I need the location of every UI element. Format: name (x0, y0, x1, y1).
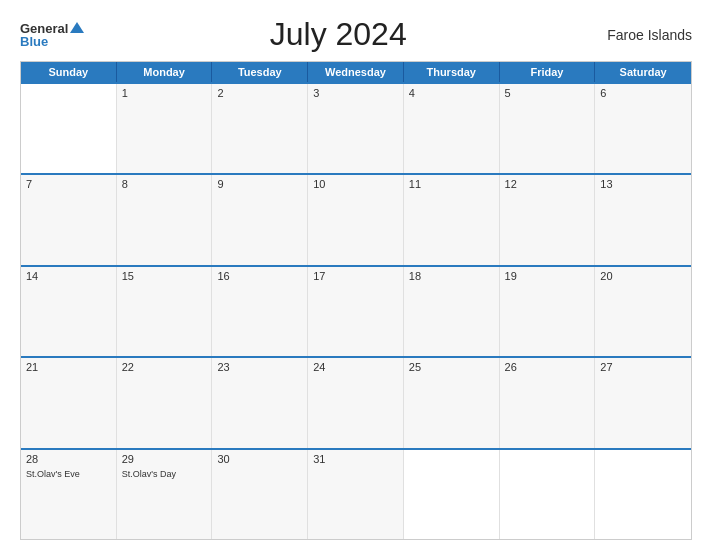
day-header-wednesday: Wednesday (308, 62, 404, 82)
day-cell (595, 450, 691, 539)
calendar-region: Faroe Islands (592, 27, 692, 43)
day-cell (21, 84, 117, 173)
day-cell: 16 (212, 267, 308, 356)
day-headers-row: SundayMondayTuesdayWednesdayThursdayFrid… (21, 62, 691, 82)
day-number: 4 (409, 87, 494, 99)
day-cell: 2 (212, 84, 308, 173)
day-cell: 17 (308, 267, 404, 356)
day-number: 14 (26, 270, 111, 282)
day-header-sunday: Sunday (21, 62, 117, 82)
day-number: 18 (409, 270, 494, 282)
day-number: 27 (600, 361, 686, 373)
day-event: St.Olav's Day (122, 469, 176, 479)
day-cell: 12 (500, 175, 596, 264)
day-cell: 1 (117, 84, 213, 173)
day-cell: 30 (212, 450, 308, 539)
day-cell: 13 (595, 175, 691, 264)
day-number: 30 (217, 453, 302, 465)
day-number: 28 (26, 453, 111, 465)
day-number: 21 (26, 361, 111, 373)
week-row-3: 21222324252627 (21, 356, 691, 447)
logo-blue-text: Blue (20, 35, 48, 48)
day-number: 10 (313, 178, 398, 190)
weeks-container: 1234567891011121314151617181920212223242… (21, 82, 691, 539)
calendar-header: General Blue July 2024 Faroe Islands (20, 16, 692, 53)
day-number: 5 (505, 87, 590, 99)
day-number: 19 (505, 270, 590, 282)
week-row-0: 123456 (21, 82, 691, 173)
week-row-4: 28St.Olav's Eve29St.Olav's Day3031 (21, 448, 691, 539)
day-number: 1 (122, 87, 207, 99)
week-row-1: 78910111213 (21, 173, 691, 264)
day-cell: 26 (500, 358, 596, 447)
day-cell: 28St.Olav's Eve (21, 450, 117, 539)
day-cell: 31 (308, 450, 404, 539)
day-number: 2 (217, 87, 302, 99)
day-cell: 15 (117, 267, 213, 356)
day-number: 11 (409, 178, 494, 190)
day-cell: 3 (308, 84, 404, 173)
day-cell: 4 (404, 84, 500, 173)
day-number: 17 (313, 270, 398, 282)
day-number: 25 (409, 361, 494, 373)
day-cell: 29St.Olav's Day (117, 450, 213, 539)
day-number: 29 (122, 453, 207, 465)
day-number: 23 (217, 361, 302, 373)
day-number: 3 (313, 87, 398, 99)
day-number: 15 (122, 270, 207, 282)
day-cell: 19 (500, 267, 596, 356)
day-cell: 18 (404, 267, 500, 356)
day-header-friday: Friday (500, 62, 596, 82)
day-cell (404, 450, 500, 539)
day-cell: 22 (117, 358, 213, 447)
day-number: 7 (26, 178, 111, 190)
day-number: 8 (122, 178, 207, 190)
day-number: 13 (600, 178, 686, 190)
day-cell: 27 (595, 358, 691, 447)
day-header-tuesday: Tuesday (212, 62, 308, 82)
day-cell: 6 (595, 84, 691, 173)
day-cell: 10 (308, 175, 404, 264)
day-cell: 9 (212, 175, 308, 264)
day-number: 9 (217, 178, 302, 190)
day-header-monday: Monday (117, 62, 213, 82)
day-number: 12 (505, 178, 590, 190)
day-cell: 25 (404, 358, 500, 447)
day-number: 24 (313, 361, 398, 373)
day-cell: 11 (404, 175, 500, 264)
day-cell: 14 (21, 267, 117, 356)
day-number: 26 (505, 361, 590, 373)
day-cell: 7 (21, 175, 117, 264)
calendar-grid: SundayMondayTuesdayWednesdayThursdayFrid… (20, 61, 692, 540)
day-cell: 23 (212, 358, 308, 447)
logo-triangle-icon (70, 22, 84, 33)
calendar-page: General Blue July 2024 Faroe Islands Sun… (0, 0, 712, 550)
day-cell: 21 (21, 358, 117, 447)
logo: General Blue (20, 22, 84, 48)
day-event: St.Olav's Eve (26, 469, 80, 479)
day-number: 6 (600, 87, 686, 99)
day-number: 16 (217, 270, 302, 282)
day-cell: 24 (308, 358, 404, 447)
day-number: 22 (122, 361, 207, 373)
day-header-thursday: Thursday (404, 62, 500, 82)
day-number: 31 (313, 453, 398, 465)
day-cell: 20 (595, 267, 691, 356)
week-row-2: 14151617181920 (21, 265, 691, 356)
day-cell (500, 450, 596, 539)
day-number: 20 (600, 270, 686, 282)
day-cell: 8 (117, 175, 213, 264)
calendar-title: July 2024 (84, 16, 592, 53)
day-header-saturday: Saturday (595, 62, 691, 82)
day-cell: 5 (500, 84, 596, 173)
logo-general-text: General (20, 22, 68, 35)
